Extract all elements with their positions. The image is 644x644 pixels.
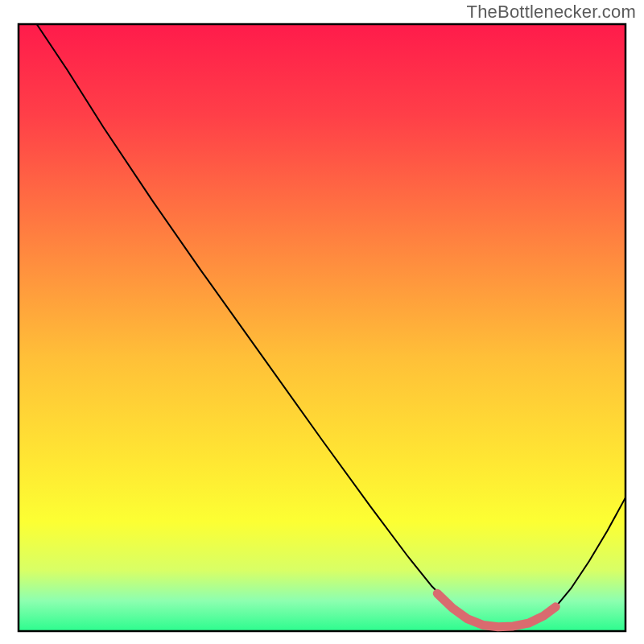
- bottleneck-chart: [0, 0, 644, 644]
- chart-container: TheBottlenecker.com: [0, 0, 644, 644]
- plot-background: [19, 24, 625, 631]
